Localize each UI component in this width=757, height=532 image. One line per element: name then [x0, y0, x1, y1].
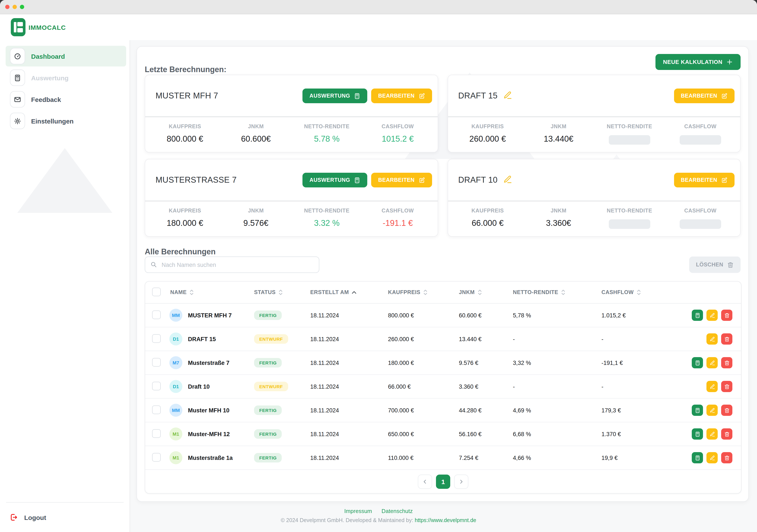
row-edit-button[interactable]	[707, 333, 718, 345]
column-header-erstellt-am[interactable]: ERSTELLT AM	[306, 289, 384, 295]
row-edit-button[interactable]	[707, 357, 718, 368]
bearbeiten-button[interactable]: BEARBEITEN	[674, 173, 735, 187]
stat-value-netto-rendite: 5.78 %	[291, 134, 362, 144]
row-delete-button[interactable]	[721, 333, 732, 345]
row-netto-rendite: -	[508, 336, 597, 342]
sort-icon[interactable]	[637, 289, 641, 295]
row-cashflow: 1.015,2 €	[597, 312, 668, 319]
row-checkbox[interactable]	[152, 334, 161, 343]
empty-value-placeholder	[680, 219, 721, 229]
delete-selected-button[interactable]: LÖSCHEN	[689, 257, 741, 273]
row-delete-button[interactable]	[721, 405, 732, 416]
plus-icon	[726, 59, 733, 65]
row-auswertung-button[interactable]	[692, 357, 703, 368]
window-titlebar	[0, 0, 757, 14]
row-edit-button[interactable]	[707, 381, 718, 392]
sidebar-item-einstellungen[interactable]: Einstellungen	[6, 111, 126, 131]
column-header-kaufpreis[interactable]: KAUFPREIS	[384, 289, 455, 295]
app-title: IMMOCALC	[28, 23, 66, 31]
trash-icon	[724, 360, 730, 366]
sort-icon[interactable]	[279, 289, 283, 295]
row-auswertung-button[interactable]	[692, 452, 703, 463]
row-cashflow: 1.370 €	[597, 431, 668, 437]
row-delete-button[interactable]	[721, 428, 732, 439]
row-date: 18.11.2024	[306, 455, 384, 461]
search-input[interactable]	[145, 257, 319, 273]
recent-cards-grid: MUSTER MFH 7 AUSWERTUNG BEARBEITEN	[145, 75, 741, 237]
trash-icon	[724, 336, 730, 342]
sort-icon[interactable]	[561, 289, 565, 295]
bearbeiten-button[interactable]: BEARBEITEN	[371, 173, 432, 187]
row-kaufpreis: 800.000 €	[384, 312, 455, 319]
stat-value-cashflow: 1015.2 €	[362, 134, 433, 144]
auswertung-button[interactable]: AUSWERTUNG	[303, 89, 368, 103]
row-checkbox[interactable]	[152, 429, 161, 438]
column-header-name[interactable]: NAME	[169, 289, 250, 295]
calculation-card: DRAFT 10 BEARBEITEN KAUFPREIS66.000 €	[447, 159, 741, 237]
row-auswertung-button[interactable]	[692, 310, 703, 321]
pagination-next-button[interactable]	[454, 474, 469, 489]
new-calculation-button[interactable]: NEUE KALKULATION	[655, 54, 741, 70]
sidebar-item-dashboard[interactable]: Dashboard	[6, 46, 126, 67]
row-delete-button[interactable]	[721, 452, 732, 463]
column-header-cashflow[interactable]: CASHFLOW	[597, 289, 668, 295]
avatar: MM	[169, 309, 182, 322]
select-all-checkbox[interactable]	[152, 287, 161, 296]
edit-icon	[418, 177, 425, 183]
pencil-icon	[709, 360, 715, 366]
row-checkbox[interactable]	[152, 310, 161, 319]
bearbeiten-button[interactable]: BEARBEITEN	[371, 89, 432, 103]
row-checkbox[interactable]	[152, 453, 161, 462]
stat-label: KAUFPREIS	[452, 208, 523, 214]
chevron-left-icon	[422, 479, 428, 484]
sort-icon[interactable]	[190, 289, 194, 295]
row-edit-button[interactable]	[707, 452, 718, 463]
sidebar: Dashboard Auswertung Feedback Einstellun…	[0, 40, 130, 532]
datenschutz-link[interactable]: Datenschutz	[381, 508, 413, 514]
logout-button[interactable]: Logout	[6, 513, 124, 522]
stat-value-kaufpreis: 66.000 €	[452, 218, 523, 228]
stat-label: CASHFLOW	[362, 208, 433, 214]
row-edit-button[interactable]	[707, 405, 718, 416]
card-title: DRAFT 15	[458, 91, 498, 100]
row-checkbox[interactable]	[152, 358, 161, 366]
table-row: MMMuster MFH 10 FERTIG 18.11.2024 700.00…	[145, 399, 741, 422]
sort-icon[interactable]	[478, 289, 482, 295]
column-header-jnkm[interactable]: JNKM	[455, 289, 508, 295]
pagination-page-1-button[interactable]: 1	[436, 474, 450, 489]
main-panel: Letzte Berechnungen: NEUE KALKULATION MU…	[136, 46, 749, 502]
calculator-icon	[354, 177, 360, 183]
row-checkbox[interactable]	[152, 405, 161, 414]
develpmnt-link[interactable]: https://www.develpmnt.de	[415, 517, 476, 523]
bearbeiten-button[interactable]: BEARBEITEN	[674, 89, 735, 103]
sort-ascending-icon[interactable]	[352, 291, 357, 294]
row-netto-rendite: 3,32 %	[508, 359, 597, 366]
row-checkbox[interactable]	[152, 381, 161, 390]
column-header-status[interactable]: STATUS	[250, 289, 306, 295]
sidebar-item-feedback[interactable]: Feedback	[6, 89, 126, 110]
column-header-netto-rendite[interactable]: NETTO-RENDITE	[508, 289, 597, 295]
auswertung-button[interactable]: AUSWERTUNG	[303, 173, 368, 187]
stat-label: CASHFLOW	[665, 124, 736, 129]
calculator-icon	[10, 70, 25, 86]
row-cashflow: -	[597, 383, 668, 390]
window-close-button[interactable]	[5, 5, 10, 9]
status-badge: FERTIG	[254, 406, 282, 415]
row-edit-button[interactable]	[707, 310, 718, 321]
impressum-link[interactable]: Impressum	[344, 508, 372, 514]
row-auswertung-button[interactable]	[692, 428, 703, 439]
window-zoom-button[interactable]	[20, 5, 24, 9]
sidebar-item-auswertung[interactable]: Auswertung	[6, 67, 126, 88]
row-delete-button[interactable]	[721, 381, 732, 392]
row-delete-button[interactable]	[721, 357, 732, 368]
window-minimize-button[interactable]	[13, 5, 17, 9]
stat-label: NETTO-RENDITE	[291, 208, 362, 214]
rename-pencil-icon[interactable]	[503, 91, 512, 101]
row-delete-button[interactable]	[721, 310, 732, 321]
row-auswertung-button[interactable]	[692, 405, 703, 416]
row-edit-button[interactable]	[707, 428, 718, 439]
rename-pencil-icon[interactable]	[503, 175, 512, 185]
sort-icon[interactable]	[423, 289, 427, 295]
stat-label: NETTO-RENDITE	[291, 124, 362, 129]
pagination-prev-button[interactable]	[418, 474, 432, 489]
